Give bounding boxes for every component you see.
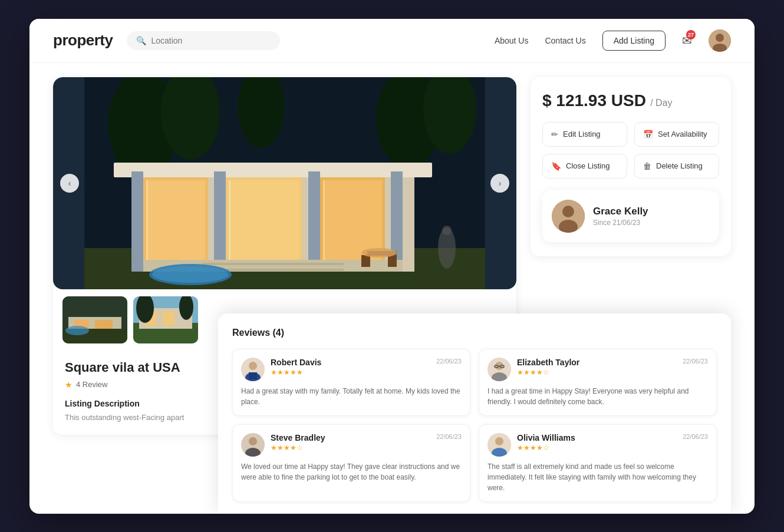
review-card: Olivia Williams ★★★★☆ 22/06/23 The staff… <box>479 424 717 502</box>
review-count: 4 Review <box>76 380 107 389</box>
search-icon: 🔍 <box>136 36 146 45</box>
review-text: Had a great stay with my family. Totally… <box>241 386 462 407</box>
edit-listing-label: Edit Listing <box>563 130 601 138</box>
review-date: 22/06/23 <box>683 358 708 365</box>
delete-listing-button[interactable]: 🗑 Delete Listing <box>634 154 719 179</box>
reviewer-avatar <box>241 433 265 457</box>
property-image-container: ‹ › <box>53 77 516 289</box>
price-card: $ 121.93 USD / Day ✏ Edit Listing 📅 Set … <box>531 77 731 256</box>
carousel-prev-button[interactable]: ‹ <box>60 174 79 193</box>
review-date: 22/06/23 <box>683 433 708 440</box>
about-us-link[interactable]: About Us <box>495 36 529 45</box>
reviews-overlay: Reviews (4) Robert Davis ★★★★★ 22/06/23 … <box>218 313 731 514</box>
svg-point-57 <box>495 362 503 370</box>
price-amount: $ 121.93 USD <box>542 91 646 110</box>
host-since: Since 21/06/23 <box>593 219 648 227</box>
review-header: Olivia Williams ★★★★☆ 22/06/23 <box>487 433 708 457</box>
carousel-next-button[interactable]: › <box>490 174 509 193</box>
review-header: Steve Bradley ★★★★☆ 22/06/23 <box>241 433 462 457</box>
review-date: 22/06/23 <box>436 433 462 440</box>
host-info: Grace Kelly Since 21/06/23 <box>593 206 648 227</box>
calendar-icon: 📅 <box>643 130 653 139</box>
reviewer-avatar <box>241 358 265 381</box>
reviewer-name: Elizabeth Taylor <box>517 358 677 367</box>
set-availability-label: Set Availability <box>658 130 707 138</box>
reviewer-name: Olivia Williams <box>517 433 677 442</box>
svg-point-1 <box>716 34 724 42</box>
review-card: Elizabeth Taylor ★★★★☆ 22/06/23 I had a … <box>479 349 717 416</box>
search-bar: 🔍 <box>127 31 280 50</box>
host-avatar <box>552 200 585 233</box>
right-panel: $ 121.93 USD / Day ✏ Edit Listing 📅 Set … <box>531 77 731 256</box>
svg-rect-23 <box>229 180 230 260</box>
review-header: Elizabeth Taylor ★★★★☆ 22/06/23 <box>487 358 708 381</box>
svg-rect-55 <box>249 372 257 379</box>
svg-point-35 <box>442 226 452 235</box>
review-card: Steve Bradley ★★★★☆ 22/06/23 We loved ou… <box>232 424 470 502</box>
reviews-grid: Robert Davis ★★★★★ 22/06/23 Had a great … <box>232 349 717 502</box>
edit-listing-button[interactable]: ✏ Edit Listing <box>542 122 627 147</box>
svg-point-53 <box>249 362 257 370</box>
reviewer-info: Steve Bradley ★★★★☆ <box>271 433 430 452</box>
app-logo[interactable]: property <box>53 31 113 49</box>
svg-rect-13 <box>214 171 226 272</box>
close-icon: 🔖 <box>551 161 561 171</box>
svg-point-41 <box>65 326 89 335</box>
reviewer-info: Robert Davis ★★★★★ <box>271 358 430 376</box>
svg-point-29 <box>152 266 229 283</box>
add-listing-button[interactable]: Add Listing <box>602 31 666 51</box>
edit-icon: ✏ <box>551 130 558 139</box>
close-listing-button[interactable]: 🔖 Close Listing <box>542 154 627 179</box>
svg-rect-24 <box>323 180 325 260</box>
thumbnail-1[interactable] <box>62 296 127 343</box>
review-stars: ★★★★☆ <box>517 368 677 376</box>
thumbnail-2[interactable] <box>133 296 198 343</box>
price-display: $ 121.93 USD / Day <box>542 91 719 110</box>
contact-us-link[interactable]: Contact Us <box>545 36 585 45</box>
svg-rect-19 <box>146 180 205 260</box>
review-text: The staff is all extremely kind and made… <box>487 461 708 493</box>
reviewer-info: Olivia Williams ★★★★☆ <box>517 433 677 452</box>
action-grid: ✏ Edit Listing 📅 Set Availability 🔖 Clos… <box>542 122 719 179</box>
svg-rect-14 <box>308 171 320 272</box>
set-availability-button[interactable]: 📅 Set Availability <box>634 122 719 147</box>
svg-rect-22 <box>146 180 148 260</box>
property-image <box>53 77 516 289</box>
svg-rect-20 <box>229 180 299 260</box>
svg-rect-26 <box>202 263 344 265</box>
reviewer-name: Robert Davis <box>271 358 430 367</box>
svg-rect-32 <box>388 255 397 267</box>
svg-rect-11 <box>114 163 432 177</box>
review-stars: ★★★★☆ <box>271 444 430 452</box>
svg-point-63 <box>249 437 257 445</box>
close-listing-label: Close Listing <box>566 161 610 170</box>
review-header: Robert Davis ★★★★★ 22/06/23 <box>241 358 462 381</box>
nav-links: About Us Contact Us Add Listing ✉ 27 <box>495 29 731 52</box>
user-avatar[interactable] <box>709 29 731 52</box>
review-card: Robert Davis ★★★★★ 22/06/23 Had a great … <box>232 349 470 416</box>
price-per: / Day <box>650 98 672 108</box>
svg-point-33 <box>361 248 397 257</box>
review-date: 22/06/23 <box>436 358 462 365</box>
delete-listing-label: Delete Listing <box>656 161 703 170</box>
notification-badge: 27 <box>686 30 696 39</box>
svg-point-66 <box>495 437 503 445</box>
review-stars: ★★★★★ <box>271 368 430 376</box>
review-text: I had a great time in Happy Stay! Everyo… <box>487 386 708 407</box>
review-stars: ★★★★☆ <box>517 444 677 452</box>
svg-point-50 <box>562 206 574 217</box>
svg-rect-21 <box>323 180 382 260</box>
reviews-title: Reviews (4) <box>232 328 717 338</box>
reviewer-avatar <box>487 358 511 381</box>
svg-rect-31 <box>361 255 370 267</box>
delete-icon: 🗑 <box>643 161 651 171</box>
reviewer-name: Steve Bradley <box>271 433 430 442</box>
reviewer-info: Elizabeth Taylor ★★★★☆ <box>517 358 677 376</box>
review-text: We loved our time at Happy stay! They ga… <box>241 461 462 483</box>
star-icon: ★ <box>65 380 73 389</box>
svg-rect-12 <box>131 171 143 272</box>
svg-rect-46 <box>163 311 174 326</box>
host-name: Grace Kelly <box>593 206 648 217</box>
notification-button[interactable]: ✉ 27 <box>682 34 692 48</box>
search-input[interactable] <box>151 36 269 45</box>
